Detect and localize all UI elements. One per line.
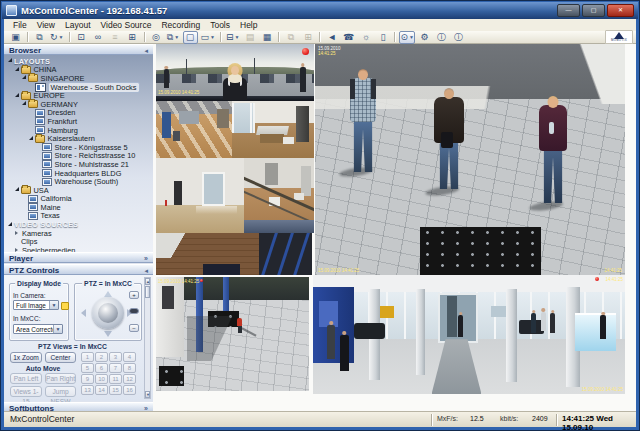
expander-icon[interactable] <box>22 75 26 79</box>
expander-icon[interactable] <box>15 93 19 97</box>
tree-item-dresden[interactable]: Dresden <box>4 109 153 118</box>
expander-icon[interactable] <box>29 136 33 140</box>
zoom-window-icon[interactable]: ◎ <box>149 31 164 44</box>
pin-icon[interactable]: ◂ <box>144 265 148 274</box>
single-view-icon[interactable]: ▭▼ <box>200 31 216 44</box>
select-region-icon[interactable]: ▢ <box>183 31 198 44</box>
scroll-up-icon[interactable]: ▲ <box>145 278 150 285</box>
tree-item-usa[interactable]: USA <box>4 186 153 195</box>
reload-views-icon[interactable]: ↻▼ <box>49 31 65 44</box>
expander-icon[interactable] <box>15 187 19 191</box>
tree-item-headquarters-bldg[interactable]: Headquarters BLDG <box>4 169 153 178</box>
zoom-1x-button[interactable]: 1x Zoom <box>10 352 42 363</box>
pan-left-button[interactable]: Pan Left <box>10 373 42 384</box>
joystick-ball[interactable] <box>98 303 118 323</box>
camera-sequencer-icon[interactable]: ⊟▼ <box>225 31 241 44</box>
door-opener-icon[interactable]: ▯ <box>375 31 390 44</box>
ptz-preset-7[interactable]: 7 <box>109 363 122 373</box>
expander-icon[interactable] <box>8 222 12 226</box>
tree-item-california[interactable]: California <box>4 195 153 204</box>
maximize-button[interactable]: ▢ <box>582 4 605 17</box>
tree-section-video-sources[interactable]: VIDEO SOURCES <box>4 220 153 229</box>
ptz-preset-4[interactable]: 4 <box>123 352 136 362</box>
rows-layout-icon[interactable]: ≡ <box>108 31 123 44</box>
grid-layout-icon[interactable]: ⊞ <box>125 31 140 44</box>
camera-view-lobby-panorama[interactable]: 14:41:25 15.09.2010 14:41:25 <box>313 275 625 394</box>
expander-icon[interactable] <box>8 58 12 62</box>
ptz-preset-2[interactable]: 2 <box>95 352 108 362</box>
in-camera-select[interactable]: Full Image ▼ <box>13 300 59 310</box>
chevron-down-icon[interactable]: ▼ <box>59 32 64 43</box>
menu-recording[interactable]: Recording <box>156 19 205 31</box>
chevron-down-icon[interactable]: ▼ <box>174 32 179 43</box>
player-panel-header[interactable]: Player » <box>4 252 153 263</box>
expand-icon[interactable]: » <box>144 253 148 262</box>
chevron-down-icon[interactable]: ▼ <box>53 325 62 333</box>
ptz-preset-3[interactable]: 3 <box>109 352 122 362</box>
tree-item-hamburg[interactable]: Hamburg <box>4 126 153 135</box>
wrench-icon[interactable]: ⚙ <box>417 31 432 44</box>
about-icon[interactable]: ⓘ <box>451 31 466 44</box>
browser-panel-header[interactable]: Browser ◂ <box>4 44 153 55</box>
tree-item-europe[interactable]: EUROPE <box>4 91 153 100</box>
ptz-preset-12[interactable]: 12 <box>123 374 136 384</box>
ptz-preset-9[interactable]: 9 <box>81 374 94 384</box>
pan-up-arrow[interactable] <box>104 287 112 297</box>
link-views-icon[interactable]: ∞ <box>91 31 106 44</box>
tree-item-singapore[interactable]: SINGAPORE <box>4 74 153 83</box>
menu-view[interactable]: View <box>32 19 60 31</box>
tree-item-germany[interactable]: GERMANY <box>4 100 153 109</box>
pan-left-arrow[interactable] <box>77 309 86 317</box>
ptz-preset-10[interactable]: 10 <box>95 374 108 384</box>
camera-view-meeting-room[interactable] <box>232 101 314 158</box>
ptz-preset-11[interactable]: 11 <box>109 374 122 384</box>
camera-view-mezzanine[interactable] <box>244 158 314 233</box>
tree-item-store-k-nigstrasse-5[interactable]: Store - Königstrasse 5 <box>4 143 153 152</box>
tree-item-store-muhlstrasse-21[interactable]: Store - Muhlstrasse 21 <box>4 160 153 169</box>
pan-down-arrow[interactable] <box>104 331 112 341</box>
in-mxcc-select[interactable]: Area Corrected ▼ <box>13 324 63 334</box>
minimize-button[interactable]: — <box>557 4 580 17</box>
ptz-preset-8[interactable]: 8 <box>123 363 136 373</box>
ptz-scrollbar[interactable]: ▲ ▼ <box>144 277 151 399</box>
multi-window-icon[interactable]: ⊞ <box>300 31 315 44</box>
list-rows-icon[interactable]: ▤ <box>242 31 257 44</box>
expander-icon[interactable] <box>15 231 20 235</box>
title-bar[interactable]: MxControlCenter - 192.168.41.57 — ▢ ✕ <box>2 2 638 19</box>
ptz-preset-15[interactable]: 15 <box>109 385 122 395</box>
camera-view-main-plaza[interactable]: 15.09.2010 14:41:25 15.09.2010 14:41:25 … <box>315 44 625 275</box>
menu-video-source[interactable]: Video Source <box>96 19 157 31</box>
scroll-down-icon[interactable]: ▼ <box>145 391 150 398</box>
tree-item-texas[interactable]: Texas <box>4 212 153 221</box>
ptz-preset-1[interactable]: 1 <box>81 352 94 362</box>
attach-display-icon[interactable]: ⊡ <box>74 31 89 44</box>
pan-right-button[interactable]: Pan Right <box>45 373 76 384</box>
camera-view-overhead-stairs[interactable] <box>156 233 312 275</box>
camera-view-workshop[interactable] <box>156 101 232 158</box>
jump-nesw-button[interactable]: Jump NESW <box>45 386 76 397</box>
tree-item-frankfurt[interactable]: Frankfurt <box>4 117 153 126</box>
speaker-icon[interactable]: ◄ <box>324 31 339 44</box>
cascade-windows-icon[interactable]: ⧉▼ <box>166 31 181 44</box>
menu-tools[interactable]: Tools <box>205 19 235 31</box>
menu-file[interactable]: File <box>8 19 32 31</box>
power-icon[interactable]: ⊙▼ <box>399 31 415 44</box>
printer-icon[interactable]: ▦ <box>259 31 274 44</box>
ptz-preset-14[interactable]: 14 <box>95 385 108 395</box>
lightbulb-icon[interactable]: ☼ <box>358 31 373 44</box>
save-layout-icon[interactable]: ▣ <box>8 31 23 44</box>
pin-icon[interactable]: ◂ <box>144 45 148 54</box>
camera-view-panorama-parking[interactable]: 15.09.2010 14:41:25 <box>156 44 314 101</box>
chevron-down-icon[interactable]: ▼ <box>49 301 58 309</box>
views-1-15-button[interactable]: Views 1-15 <box>10 386 42 397</box>
tree-item-clips[interactable]: Clips <box>4 237 153 246</box>
ptz-panel-header[interactable]: PTZ Controls ◂ <box>4 264 153 275</box>
ptz-preset-5[interactable]: 5 <box>81 363 94 373</box>
tree-item-china[interactable]: CHINA <box>4 66 153 75</box>
ptz-preset-13[interactable]: 13 <box>81 385 94 395</box>
menu-layout[interactable]: Layout <box>60 19 96 31</box>
chevron-down-icon[interactable]: ▼ <box>210 32 215 43</box>
ptz-preset-6[interactable]: 6 <box>95 363 108 373</box>
tree-item-store-reichsstrasse-10[interactable]: Store - Reichsstrasse 10 <box>4 152 153 161</box>
handset-icon[interactable]: ☎ <box>341 31 356 44</box>
